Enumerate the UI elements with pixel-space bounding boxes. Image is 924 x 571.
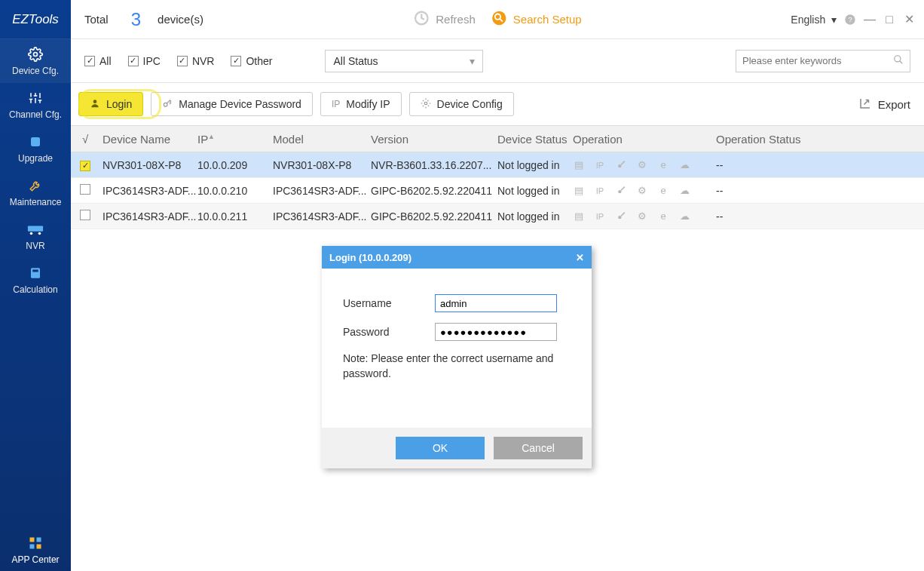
cell-model: IPC3614SR3-ADF... [273, 185, 371, 197]
svg-rect-14 [31, 268, 40, 278]
status-select[interactable]: All Status ▾ [325, 50, 483, 72]
col-header-model[interactable]: Model [273, 133, 371, 146]
operation-icons: ▤ IP ⚙ e ☁ [573, 185, 716, 197]
svg-point-30 [424, 102, 427, 105]
operation-icons: ▤ IP ⚙ e ☁ [573, 210, 716, 223]
user-icon [90, 98, 100, 111]
sidebar-item-calculation[interactable]: Calculation [0, 258, 71, 302]
cell-ip: 10.0.0.210 [197, 185, 273, 197]
cell-version: NVR-B3601.33.16.2207... [371, 159, 497, 171]
col-header-operation[interactable]: Operation [573, 133, 716, 146]
svg-rect-10 [31, 137, 40, 146]
sidebar-item-device-cfg[interactable]: Device Cfg. [0, 39, 71, 83]
cell-ip: 10.0.0.211 [197, 210, 273, 223]
search-setup-icon [491, 10, 507, 29]
help-icon[interactable]: ? [844, 14, 856, 26]
cloud-icon[interactable]: ☁ [678, 185, 690, 197]
maximize-icon[interactable]: □ [883, 14, 895, 26]
sliders-icon [27, 90, 44, 106]
search-box[interactable] [736, 50, 910, 72]
device-table: √ Device Name IP ▲ Model Version Device … [71, 125, 924, 229]
gear-icon[interactable]: ⚙ [636, 159, 648, 171]
sidebar-item-app-center[interactable]: APP Center [0, 535, 71, 565]
svg-point-0 [34, 53, 38, 57]
doc-icon[interactable]: ▤ [573, 159, 585, 171]
svg-point-21 [492, 11, 506, 25]
key-icon[interactable] [615, 210, 627, 223]
row-checkbox[interactable] [80, 184, 90, 195]
username-input[interactable] [435, 294, 557, 312]
svg-point-29 [164, 103, 168, 106]
cell-op-status: -- [716, 159, 924, 171]
col-header-check[interactable]: √ [71, 133, 99, 146]
upgrade-icon [27, 134, 44, 150]
language-selector[interactable]: English ▾ [791, 14, 837, 26]
close-icon[interactable]: ✕ [576, 252, 584, 263]
table-row[interactable]: ✓ NVR301-08X-P8 10.0.0.209 NVR301-08X-P8… [71, 152, 924, 178]
row-checkbox[interactable] [80, 210, 90, 220]
total-label: Total [84, 13, 109, 26]
modify-ip-button[interactable]: IP Modify IP [320, 92, 402, 116]
col-header-ip[interactable]: IP ▲ [197, 133, 273, 146]
total-count: 3 [131, 9, 141, 30]
col-header-op-status[interactable]: Operation Status [716, 133, 924, 146]
dialog-title: Login (10.0.0.209) [329, 252, 412, 263]
svg-point-13 [38, 232, 41, 235]
username-label: Username [343, 297, 435, 309]
ie-icon[interactable]: e [657, 159, 669, 171]
cell-status: Not logged in [497, 210, 573, 223]
ie-icon[interactable]: e [657, 185, 669, 197]
sidebar-item-nvr[interactable]: NVR [0, 214, 71, 258]
search-input[interactable] [742, 55, 893, 66]
ip-icon[interactable]: IP [594, 185, 606, 197]
filter-all-checkbox[interactable]: ✓All [84, 55, 112, 67]
doc-icon[interactable]: ▤ [573, 185, 585, 197]
svg-point-26 [895, 55, 901, 61]
filter-other-checkbox[interactable]: ✓Other [231, 55, 272, 67]
gear-icon[interactable]: ⚙ [636, 185, 648, 197]
sidebar-item-channel-cfg[interactable]: Channel Cfg. [0, 83, 71, 127]
ip-icon: IP [332, 99, 340, 109]
table-row[interactable]: IPC3614SR3-ADF... 10.0.0.211 IPC3614SR3-… [71, 204, 924, 229]
col-header-version[interactable]: Version [371, 133, 497, 146]
cell-name: NVR301-08X-P8 [99, 159, 197, 171]
device-config-button[interactable]: Device Config [409, 92, 514, 116]
ip-icon[interactable]: IP [594, 159, 606, 171]
col-header-name[interactable]: Device Name [99, 133, 197, 146]
cloud-icon[interactable]: ☁ [678, 210, 690, 223]
login-button[interactable]: Login [78, 92, 143, 116]
sidebar-item-label: Upgrade [18, 153, 53, 164]
key-icon[interactable] [615, 185, 627, 197]
minimize-icon[interactable]: — [864, 14, 876, 26]
cloud-icon[interactable]: ☁ [678, 159, 690, 171]
manage-password-button[interactable]: Manage Device Password [151, 92, 313, 116]
sidebar-item-maintenance[interactable]: Maintenance [0, 170, 71, 214]
svg-rect-17 [37, 538, 41, 542]
nvr-icon [27, 221, 44, 238]
gear-icon[interactable]: ⚙ [636, 210, 648, 223]
refresh-icon [413, 10, 430, 29]
table-row[interactable]: IPC3614SR3-ADF... 10.0.0.210 IPC3614SR3-… [71, 178, 924, 204]
close-icon[interactable]: ✕ [903, 14, 915, 26]
svg-point-32 [618, 190, 621, 193]
doc-icon[interactable]: ▤ [573, 210, 585, 223]
sort-asc-icon: ▲ [208, 133, 215, 140]
cell-op-status: -- [716, 185, 924, 197]
export-button[interactable]: Export [858, 97, 910, 112]
row-checkbox[interactable]: ✓ [80, 161, 90, 171]
svg-rect-11 [28, 226, 43, 231]
key-icon[interactable] [615, 159, 627, 171]
filter-nvr-checkbox[interactable]: ✓NVR [177, 55, 215, 67]
refresh-button[interactable]: Refresh [413, 10, 476, 29]
ip-icon[interactable]: IP [594, 210, 606, 223]
sidebar-item-upgrade[interactable]: Upgrade [0, 127, 71, 170]
col-header-status[interactable]: Device Status [497, 133, 573, 146]
ie-icon[interactable]: e [657, 210, 669, 223]
app-logo: EZTools [0, 0, 71, 39]
search-setup-button[interactable]: Search Setup [491, 10, 582, 29]
ok-button[interactable]: OK [396, 437, 485, 459]
cell-status: Not logged in [497, 185, 573, 197]
cancel-button[interactable]: Cancel [494, 437, 583, 459]
password-input[interactable] [435, 323, 557, 341]
filter-ipc-checkbox[interactable]: ✓IPC [128, 55, 161, 67]
